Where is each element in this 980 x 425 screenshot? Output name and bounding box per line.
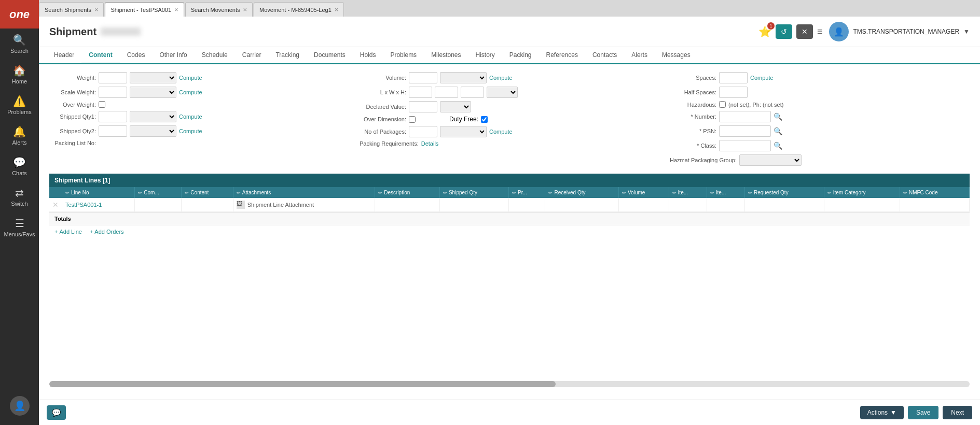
- tab-problems[interactable]: Problems: [383, 47, 424, 64]
- packing-details-link[interactable]: Details: [421, 140, 439, 147]
- add-orders-link[interactable]: + Add Orders: [90, 229, 124, 235]
- tab-content[interactable]: Content: [81, 47, 119, 64]
- row-shipped-qty-cell[interactable]: [439, 198, 508, 212]
- row-pr-cell[interactable]: [509, 198, 545, 212]
- tab-documents[interactable]: Documents: [307, 47, 353, 64]
- tab-history[interactable]: History: [468, 47, 502, 64]
- app-logo[interactable]: one: [0, 0, 39, 29]
- weight-unit-select[interactable]: [130, 72, 176, 83]
- actions-button[interactable]: Actions ▼: [860, 406, 904, 419]
- tab-messages[interactable]: Messages: [655, 47, 698, 64]
- col-description[interactable]: ✏Description: [375, 187, 440, 198]
- tab-codes[interactable]: Codes: [120, 47, 153, 64]
- attachment-label[interactable]: Shipment Line Attachment: [247, 202, 314, 208]
- col-shipped-qty[interactable]: ✏Shipped Qty: [439, 187, 508, 198]
- col-pr[interactable]: ✏Pr...: [509, 187, 545, 198]
- refresh-button[interactable]: ↺: [776, 24, 792, 39]
- tab-tracking[interactable]: Tracking: [268, 47, 307, 64]
- tab-close-shipment[interactable]: ×: [174, 6, 178, 13]
- scale-weight-compute-link[interactable]: Compute: [179, 89, 202, 95]
- hazmat-pkg-select[interactable]: [739, 154, 802, 166]
- row-ite2-cell[interactable]: [707, 198, 744, 212]
- sidebar-item-menus[interactable]: ☰ Menus/Favs: [0, 212, 39, 243]
- over-weight-checkbox[interactable]: [99, 101, 105, 108]
- declared-value-currency-select[interactable]: [440, 101, 471, 112]
- weight-input[interactable]: [99, 72, 127, 83]
- tab-milestones[interactable]: Milestones: [424, 47, 468, 64]
- class-search-icon[interactable]: 🔍: [774, 141, 782, 150]
- number-input[interactable]: [719, 111, 771, 122]
- col-received-qty[interactable]: ✏Received Qty: [545, 187, 619, 198]
- volume-unit-select[interactable]: [440, 72, 487, 83]
- tab-alerts[interactable]: Alerts: [624, 47, 655, 64]
- tab-search-shipments[interactable]: Search Shipments ×: [39, 2, 104, 17]
- col-content[interactable]: ✏Content: [182, 187, 233, 198]
- tab-close-search-shipments[interactable]: ×: [94, 6, 99, 13]
- row-delete-cell[interactable]: ✕: [49, 198, 62, 212]
- tab-packing[interactable]: Packing: [502, 47, 539, 64]
- packages-compute-link[interactable]: Compute: [489, 129, 513, 135]
- over-dimension-checkbox[interactable]: [409, 116, 416, 123]
- shipped-qty2-compute-link[interactable]: Compute: [179, 128, 202, 134]
- row-line-no-cell[interactable]: TestPSA001-1: [62, 198, 135, 212]
- add-line-link[interactable]: + Add Line: [54, 229, 82, 235]
- volume-input[interactable]: [409, 72, 437, 83]
- shipped-qty1-unit-select[interactable]: [130, 111, 176, 122]
- shipped-qty1-compute-link[interactable]: Compute: [179, 114, 202, 120]
- col-item-category[interactable]: ✏Item Category: [824, 187, 900, 198]
- shipped-qty2-input[interactable]: [99, 125, 127, 137]
- half-spaces-input[interactable]: [719, 87, 748, 98]
- row-attachments-cell[interactable]: 🖼 Shipment Line Attachment: [233, 198, 375, 212]
- tab-close-movement[interactable]: ×: [335, 6, 339, 13]
- tab-carrier[interactable]: Carrier: [235, 47, 269, 64]
- row-volume-cell[interactable]: [618, 198, 669, 212]
- sidebar-item-alerts[interactable]: 🔔 Alerts: [0, 120, 39, 151]
- psn-input[interactable]: [719, 125, 771, 137]
- duty-free-checkbox[interactable]: [481, 116, 488, 123]
- notification-bell[interactable]: ⭐ 1: [758, 25, 771, 38]
- height-input[interactable]: [461, 87, 484, 98]
- sidebar-item-problems[interactable]: ⚠️ Problems: [0, 90, 39, 120]
- row-com-cell[interactable]: [135, 198, 182, 212]
- scale-weight-unit-select[interactable]: [130, 87, 176, 98]
- row-item-category-cell[interactable]: [824, 198, 900, 212]
- save-button[interactable]: Save: [908, 406, 938, 419]
- scale-weight-input[interactable]: [99, 87, 127, 98]
- close-button[interactable]: ✕: [796, 24, 813, 39]
- psn-search-icon[interactable]: 🔍: [774, 127, 782, 135]
- weight-compute-link[interactable]: Compute: [179, 75, 202, 81]
- tab-references[interactable]: References: [539, 47, 585, 64]
- horizontal-scrollbar[interactable]: [49, 381, 970, 387]
- tab-holds[interactable]: Holds: [353, 47, 383, 64]
- row-received-qty-cell[interactable]: [545, 198, 619, 212]
- col-requested-qty[interactable]: ✏Requested Qty: [744, 187, 824, 198]
- declared-value-input[interactable]: [409, 101, 437, 112]
- col-line-no[interactable]: ✏Line No: [62, 187, 135, 198]
- col-com[interactable]: ✏Com...: [135, 187, 182, 198]
- lxwxh-unit-select[interactable]: [487, 87, 518, 98]
- next-button[interactable]: Next: [943, 406, 972, 419]
- class-input[interactable]: [719, 140, 771, 151]
- width-input[interactable]: [435, 87, 458, 98]
- tab-close-search-movements[interactable]: ×: [243, 6, 247, 13]
- row-content-cell[interactable]: [182, 198, 233, 212]
- spaces-input[interactable]: [719, 72, 748, 83]
- tab-search-movements[interactable]: Search Movements ×: [185, 2, 253, 17]
- volume-compute-link[interactable]: Compute: [489, 75, 513, 81]
- sidebar-user-avatar[interactable]: 👤: [10, 396, 30, 416]
- shipped-qty1-input[interactable]: [99, 111, 127, 122]
- spaces-compute-link[interactable]: Compute: [750, 75, 774, 81]
- shipped-qty2-unit-select[interactable]: [130, 125, 176, 137]
- no-of-packages-input[interactable]: [409, 126, 437, 137]
- row-description-cell[interactable]: [375, 198, 440, 212]
- tab-header[interactable]: Header: [47, 47, 81, 64]
- sidebar-item-switch[interactable]: ⇄ Switch: [0, 181, 39, 212]
- col-ite1[interactable]: ✏Ite...: [669, 187, 707, 198]
- row-requested-qty-cell[interactable]: [744, 198, 824, 212]
- tab-shipment-testpsa001[interactable]: Shipment - TestPSA001 ×: [105, 2, 184, 17]
- row-ite1-cell[interactable]: [669, 198, 707, 212]
- row-nmfc-code-cell[interactable]: [900, 198, 969, 212]
- tab-movement-leg1[interactable]: Movement - M-859405-Leg1 ×: [254, 2, 344, 17]
- hazardous-checkbox[interactable]: [719, 101, 726, 108]
- table-scroll-area[interactable]: ✏Line No ✏Com... ✏Content ✏Attachments ✏…: [49, 187, 970, 212]
